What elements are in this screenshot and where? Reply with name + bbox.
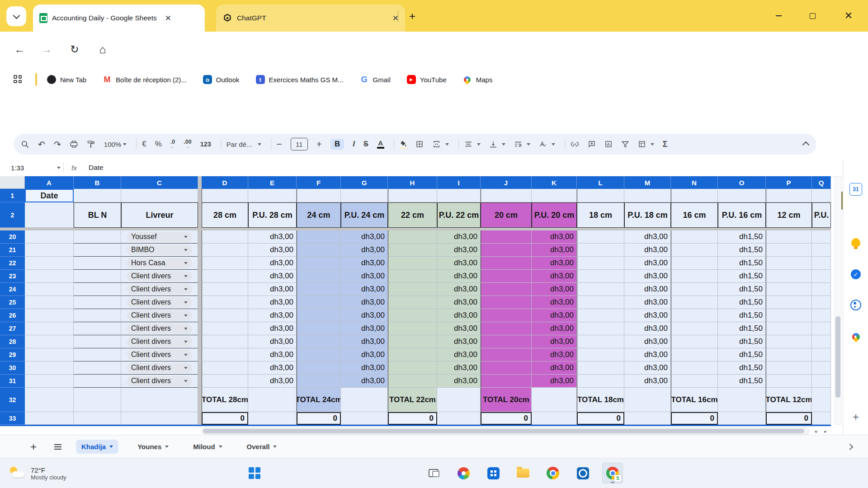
browser-tab-active[interactable]: Accounting Daily - Google Sheets ✕ <box>33 5 205 32</box>
cell-Q33[interactable] <box>812 412 831 425</box>
taskbar-app-file-explorer[interactable] <box>513 463 533 483</box>
cell-B2[interactable]: BL N <box>74 202 121 228</box>
cell-K26[interactable]: dh3,00 <box>532 309 577 322</box>
row-header-30[interactable]: 30 <box>0 361 25 375</box>
cell-C26[interactable]: Client divers <box>121 309 198 322</box>
cell-O21[interactable]: dh1,50 <box>718 244 766 257</box>
scroll-tabs-right-icon[interactable] <box>844 441 855 452</box>
livreur-dropdown[interactable]: Client divers <box>127 376 192 386</box>
font-selector[interactable]: Par dé... <box>226 141 261 148</box>
cell-Q1[interactable] <box>812 189 831 202</box>
cell-B27[interactable] <box>74 322 121 335</box>
cell-B28[interactable] <box>74 335 121 348</box>
cell-N20[interactable] <box>671 230 718 244</box>
cell-E23[interactable]: dh3,00 <box>248 270 297 283</box>
cell-Q31[interactable] <box>812 375 831 388</box>
row-header-2[interactable]: 2 <box>0 202 25 228</box>
cell-J27[interactable] <box>481 322 532 335</box>
column-header-E[interactable]: E <box>248 176 297 189</box>
bookmark-tblue[interactable]: tExercices Maths GS M... <box>256 75 344 84</box>
sheet-tab-dropdown-icon[interactable] <box>109 446 113 448</box>
cell-N26[interactable] <box>671 309 718 322</box>
italic-button[interactable]: I <box>353 140 355 149</box>
cell-F21[interactable] <box>297 244 341 257</box>
cell-E1[interactable] <box>248 189 297 202</box>
collapse-toolbar-icon[interactable] <box>803 140 808 149</box>
sum-cell-N33[interactable]: 0 <box>671 412 718 425</box>
cell-G31[interactable]: dh3,00 <box>341 375 388 388</box>
cell-C30[interactable]: Client divers <box>121 361 198 375</box>
column-header-O[interactable]: O <box>718 176 766 189</box>
cell-P1[interactable] <box>766 189 812 202</box>
column-header-P[interactable]: P <box>766 176 812 189</box>
cell-D25[interactable] <box>202 296 248 309</box>
cell-C20[interactable]: Youssef <box>121 230 198 244</box>
cell-N23[interactable] <box>671 270 718 283</box>
sum-cell-D33[interactable]: 0 <box>202 412 248 425</box>
tab-search-button[interactable] <box>6 6 26 26</box>
cell-J31[interactable] <box>481 375 532 388</box>
cell-H28[interactable] <box>388 335 437 348</box>
cell-H1[interactable] <box>388 189 437 202</box>
cell-L25[interactable] <box>577 296 624 309</box>
paint-format-icon[interactable] <box>87 140 95 149</box>
cell-A29[interactable] <box>25 348 74 361</box>
name-box-dropdown-icon[interactable] <box>57 167 61 169</box>
cell-N21[interactable] <box>671 244 718 257</box>
livreur-dropdown[interactable]: BIMBO <box>127 245 192 255</box>
decrease-font-size-button[interactable]: − <box>277 139 282 150</box>
cell-P31[interactable] <box>766 375 812 388</box>
cell-O28[interactable]: dh1,50 <box>718 335 766 348</box>
table-views-button[interactable] <box>638 140 654 148</box>
horizontal-align-button[interactable] <box>464 141 481 148</box>
cell-E32[interactable] <box>248 388 297 412</box>
cell-M21[interactable]: dh3,00 <box>624 244 671 257</box>
bookmark-maps[interactable]: Maps <box>463 75 493 84</box>
cell-B32[interactable] <box>74 388 121 412</box>
column-header-H[interactable]: H <box>388 176 437 189</box>
cell-O32[interactable] <box>718 388 766 412</box>
cell-O1[interactable] <box>718 189 766 202</box>
cell-A2[interactable] <box>25 202 74 228</box>
cell-C25[interactable]: Client divers <box>121 296 198 309</box>
sheet-tab-younes[interactable]: Younes <box>132 440 174 454</box>
cell-J30[interactable] <box>481 361 532 375</box>
cell-Q29[interactable] <box>812 348 831 361</box>
cell-F20[interactable] <box>297 230 341 244</box>
cell-C33[interactable] <box>121 412 198 425</box>
cell-Q25[interactable] <box>812 296 831 309</box>
functions-button[interactable]: Σ <box>663 140 668 149</box>
increase-decimal-button[interactable]: .00→ <box>184 139 191 149</box>
cell-N24[interactable] <box>671 283 718 296</box>
cell-I30[interactable]: dh3,00 <box>437 361 481 375</box>
sheet-tab-dropdown-icon[interactable] <box>165 446 169 448</box>
column-header-L[interactable]: L <box>577 176 624 189</box>
start-button[interactable] <box>244 463 265 483</box>
home-button[interactable]: ⌂ <box>95 42 110 57</box>
cell-J2[interactable]: 20 cm <box>481 202 532 228</box>
scroll-left-arrow[interactable]: ◂ <box>811 427 820 435</box>
cell-K25[interactable]: dh3,00 <box>532 296 577 309</box>
cell-L26[interactable] <box>577 309 624 322</box>
cell-N2[interactable]: 16 cm <box>671 202 718 228</box>
cell-F1[interactable] <box>297 189 341 202</box>
add-sheet-button[interactable]: + <box>26 440 41 454</box>
taskbar-app-chrome[interactable] <box>542 463 563 483</box>
column-header-I[interactable]: I <box>437 176 481 189</box>
insert-link-icon[interactable] <box>571 141 579 147</box>
cell-N22[interactable] <box>671 257 718 270</box>
cell-M24[interactable]: dh3,00 <box>624 283 671 296</box>
cell-F29[interactable] <box>297 348 341 361</box>
cell-H23[interactable] <box>388 270 437 283</box>
window-minimize-button[interactable] <box>767 5 790 27</box>
cell-O30[interactable]: dh1,50 <box>718 361 766 375</box>
cell-A32[interactable] <box>25 388 74 412</box>
cell-F23[interactable] <box>297 270 341 283</box>
column-header-C[interactable]: C <box>121 176 198 189</box>
window-restore-button[interactable] <box>801 5 824 27</box>
column-header-M[interactable]: M <box>624 176 671 189</box>
cell-D26[interactable] <box>202 309 248 322</box>
column-header-K[interactable]: K <box>532 176 577 189</box>
cell-M27[interactable]: dh3,00 <box>624 322 671 335</box>
undo-icon[interactable]: ↶ <box>38 139 45 150</box>
